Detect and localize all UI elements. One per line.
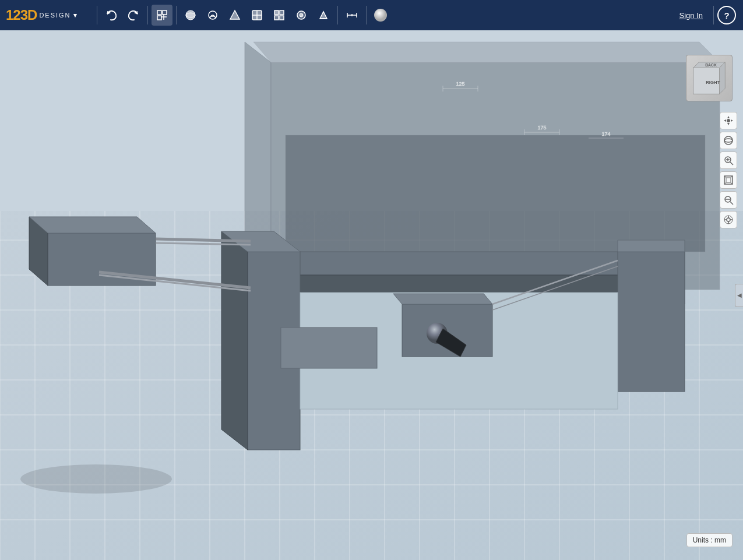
right-panel-expand[interactable]: ◀ <box>735 284 743 307</box>
view-mode-group <box>370 5 391 26</box>
svg-text:BACK: BACK <box>705 63 717 67</box>
svg-text:175: 175 <box>537 125 546 131</box>
svg-rect-62 <box>286 135 705 252</box>
undo-button[interactable] <box>101 5 122 26</box>
view-cube-face[interactable]: RIGHT BACK <box>686 55 733 101</box>
svg-point-108 <box>724 139 733 142</box>
zoom-extent-button[interactable] <box>720 191 737 209</box>
svg-line-121 <box>730 202 733 205</box>
fit-view-button[interactable] <box>720 171 737 189</box>
top-navigation-bar: 123D DESIGN ▾ <box>0 0 743 30</box>
svg-rect-16 <box>280 10 284 15</box>
pan-button[interactable] <box>720 112 737 129</box>
measure-button[interactable] <box>341 5 362 26</box>
svg-text:RIGHT: RIGHT <box>706 80 720 85</box>
add-group <box>152 5 172 26</box>
svg-marker-69 <box>221 231 248 450</box>
svg-point-107 <box>724 136 733 145</box>
svg-marker-103 <box>727 116 730 118</box>
app-logo[interactable]: 123D DESIGN ▾ <box>0 7 93 23</box>
units-badge[interactable]: Units : mm <box>686 533 733 547</box>
svg-point-74 <box>20 464 172 494</box>
primitives-button[interactable] <box>180 5 201 26</box>
3d-viewport[interactable]: 125 175 174 RIGHT <box>0 30 743 560</box>
svg-line-111 <box>730 162 733 165</box>
svg-rect-17 <box>274 16 279 20</box>
svg-rect-86 <box>281 327 377 368</box>
logo-design: DESIGN <box>39 12 71 19</box>
svg-marker-81 <box>393 294 492 304</box>
svg-marker-106 <box>731 119 733 122</box>
help-button[interactable]: ? <box>717 6 736 24</box>
svg-rect-15 <box>274 10 279 15</box>
svg-rect-3 <box>163 10 167 15</box>
separator-1 <box>97 6 97 24</box>
svg-point-20 <box>300 13 303 17</box>
svg-point-102 <box>727 119 730 122</box>
logo-123: 123D <box>6 7 37 23</box>
svg-point-8 <box>186 13 195 17</box>
svg-marker-99 <box>720 62 726 94</box>
svg-marker-73 <box>29 217 156 233</box>
measure-group <box>341 5 362 26</box>
svg-rect-2 <box>157 10 161 15</box>
construct-button[interactable] <box>224 5 245 26</box>
svg-marker-61 <box>253 42 720 62</box>
view-mode-button[interactable] <box>370 5 391 26</box>
svg-point-26 <box>374 9 387 22</box>
group-button[interactable] <box>291 5 312 26</box>
separator-3 <box>176 6 177 24</box>
svg-point-123 <box>727 218 730 221</box>
viewport-controls <box>720 112 737 228</box>
modify-button[interactable] <box>247 5 267 26</box>
svg-marker-104 <box>727 123 730 125</box>
primitives-group <box>180 5 334 26</box>
svg-marker-67 <box>618 240 685 252</box>
zoom-button[interactable] <box>720 152 737 169</box>
orbit-button[interactable] <box>720 132 737 149</box>
separator-2 <box>147 6 148 24</box>
separator-5 <box>366 6 367 24</box>
app-dropdown-arrow[interactable]: ▾ <box>73 12 76 19</box>
add-insert-button[interactable] <box>152 5 172 26</box>
separator-4 <box>337 6 338 24</box>
perspective-button[interactable] <box>720 211 737 228</box>
svg-text:125: 125 <box>456 81 464 87</box>
svg-marker-11 <box>230 10 240 19</box>
svg-rect-115 <box>726 178 731 182</box>
material-button[interactable] <box>313 5 334 26</box>
svg-rect-4 <box>157 16 161 20</box>
svg-rect-18 <box>280 16 284 20</box>
svg-rect-66 <box>618 252 685 392</box>
svg-text:174: 174 <box>601 131 610 137</box>
view-cube[interactable]: RIGHT BACK <box>686 55 733 101</box>
signin-button[interactable]: Sign In <box>672 8 710 23</box>
undo-redo-group <box>101 5 144 26</box>
separator-6 <box>713 6 714 24</box>
redo-button[interactable] <box>123 5 144 26</box>
svg-marker-105 <box>724 119 726 122</box>
pattern-button[interactable] <box>269 5 290 26</box>
sketch-button[interactable] <box>202 5 223 26</box>
scene-svg: 125 175 174 <box>0 30 743 560</box>
